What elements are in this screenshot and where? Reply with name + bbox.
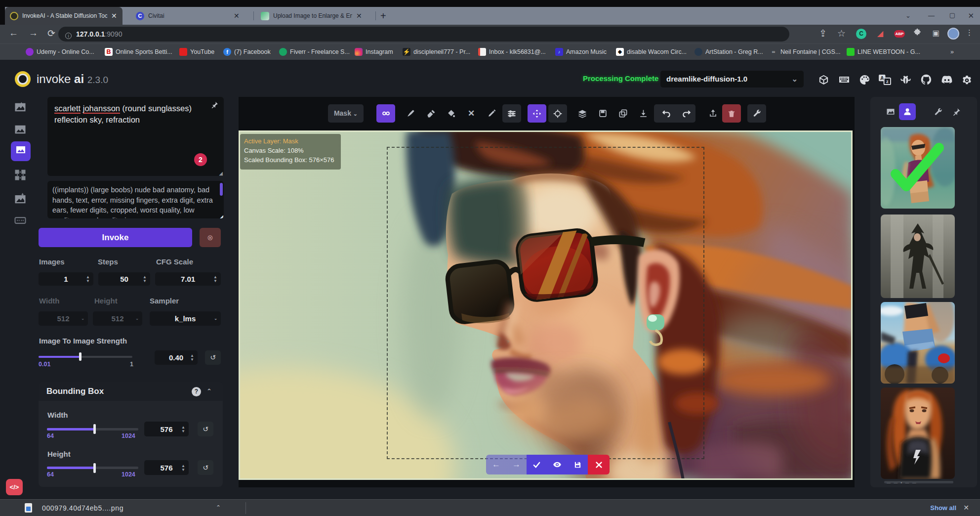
svg-text:z: z [886,79,888,84]
